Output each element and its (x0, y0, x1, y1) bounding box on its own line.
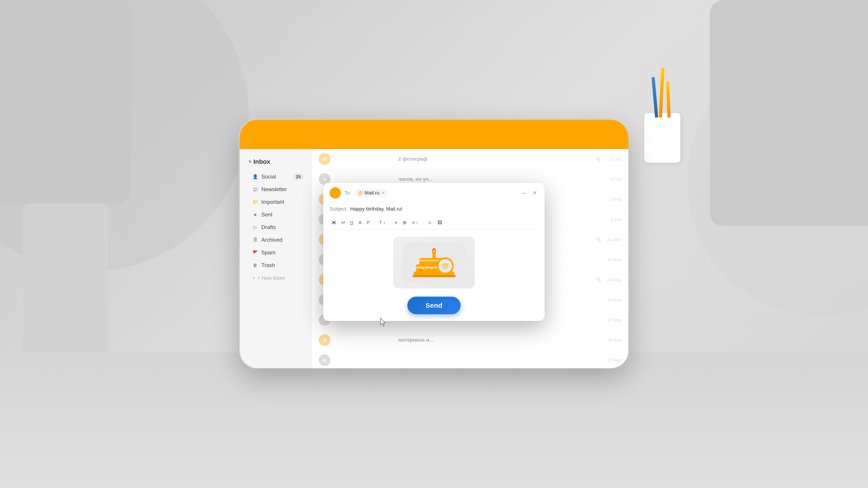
compose-toolbar: Ж Н Ч А Р Т ↕ ≡ ⊞ ≡ ↕ ☺ 🖼 (330, 216, 538, 230)
minimize-button[interactable]: — (520, 189, 528, 197)
toolbar-italic[interactable]: Н (339, 219, 347, 227)
toolbar-underline[interactable]: Ч (348, 219, 355, 227)
monitor-body: ▾ Inbox 👤 Social 25 📰 Newsletter 📁 Impor… (240, 149, 628, 368)
svg-point-15 (431, 267, 433, 269)
window-controls: — ✕ (520, 189, 538, 197)
birthday-image: @ (393, 236, 475, 289)
toolbar-list[interactable]: ⊞ (401, 219, 409, 227)
compose-header: To: @ Mail.ru ✕ — ✕ (323, 183, 545, 230)
toolbar-emoji[interactable]: ☺ (425, 219, 434, 227)
monitor: ▾ Inbox 👤 Social 25 📰 Newsletter 📁 Impor… (240, 120, 628, 368)
subject-label: Subject: (330, 206, 348, 212)
toolbar-size[interactable]: Т ↕ (377, 219, 388, 227)
compose-body[interactable]: @ Se (323, 230, 545, 321)
compose-recipient-tag[interactable]: @ Mail.ru ✕ (355, 189, 388, 197)
monitor-header (240, 120, 628, 149)
toolbar-bold[interactable]: Ж (330, 219, 338, 227)
svg-point-18 (425, 269, 427, 271)
compose-subject-row: Subject: Happy birthday, Mail.ru! (330, 202, 538, 216)
svg-point-9 (433, 250, 435, 253)
toolbar-image[interactable]: 🖼 (435, 219, 444, 227)
recipient-name: Mail.ru (365, 190, 379, 196)
toolbar-separator (390, 220, 390, 225)
svg-point-17 (419, 269, 422, 272)
bg-floor (0, 352, 868, 488)
toolbar-font[interactable]: Р (365, 219, 372, 227)
send-button[interactable]: Send (407, 297, 460, 314)
compose-modal-overlay: To: @ Mail.ru ✕ — ✕ (240, 149, 628, 368)
svg-point-16 (436, 266, 437, 268)
toolbar-color[interactable]: А (356, 219, 364, 227)
toolbar-align[interactable]: ≡ (393, 219, 400, 227)
pencil-holder-decoration (644, 113, 680, 163)
bg-block-left (0, 0, 131, 203)
compose-sender-avatar (330, 187, 341, 199)
toolbar-separator (423, 220, 423, 225)
remove-recipient-button[interactable]: ✕ (381, 191, 385, 195)
svg-text:@: @ (442, 262, 448, 269)
bg-block-right (710, 0, 868, 226)
subject-value[interactable]: Happy birthday, Mail.ru! (350, 206, 403, 212)
svg-point-14 (426, 266, 428, 268)
compose-to-label: To: (344, 190, 351, 196)
toolbar-indent[interactable]: ≡ ↕ (410, 219, 421, 227)
close-button[interactable]: ✕ (531, 189, 538, 197)
at-icon: @ (358, 190, 363, 196)
svg-rect-2 (412, 275, 456, 277)
compose-to-row: To: @ Mail.ru ✕ — ✕ (330, 187, 538, 202)
birthday-cake-svg: @ (400, 240, 468, 285)
compose-window: To: @ Mail.ru ✕ — ✕ (323, 183, 545, 321)
svg-point-13 (422, 267, 424, 269)
